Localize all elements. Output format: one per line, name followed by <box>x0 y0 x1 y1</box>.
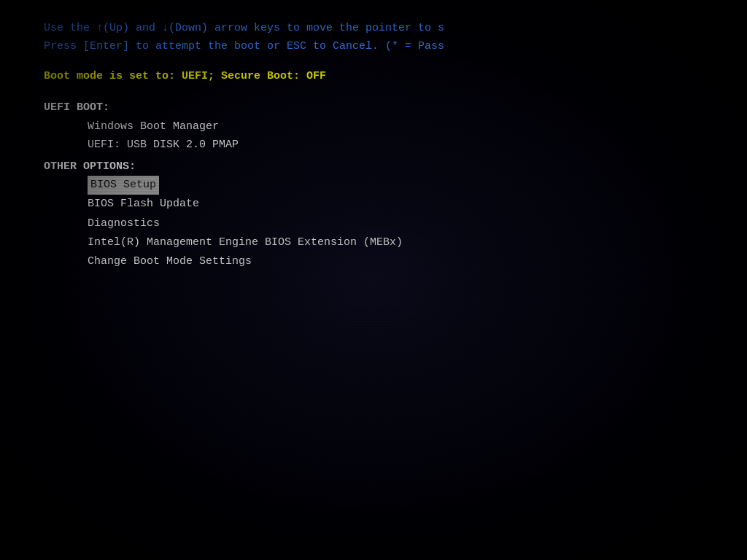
menu-item-diagnostics[interactable]: Diagnostics <box>44 214 732 233</box>
menu-item-boot-mode-settings[interactable]: Change Boot Mode Settings <box>44 252 732 271</box>
menu-item-bios-setup[interactable]: BIOS Setup <box>44 176 732 195</box>
selected-item-highlight[interactable]: BIOS Setup <box>88 176 159 195</box>
uefi-boot-item-1[interactable]: Windows Boot Manager <box>44 117 732 136</box>
menu-item-bios-flash[interactable]: BIOS Flash Update <box>44 195 732 214</box>
instruction-line-1: Use the ↑(Up) and ↓(Down) arrow keys to … <box>44 20 732 37</box>
bios-screen: Use the ↑(Up) and ↓(Down) arrow keys to … <box>0 0 747 560</box>
uefi-boot-header: UEFI BOOT: <box>44 98 732 117</box>
boot-mode-status: Boot mode is set to: UEFI; Secure Boot: … <box>44 68 732 85</box>
uefi-boot-item-2[interactable]: UEFI: USB DISK 2.0 PMAP <box>44 136 732 155</box>
bios-content: Use the ↑(Up) and ↓(Down) arrow keys to … <box>44 20 732 271</box>
instruction-line-2: Press [Enter] to attempt the boot or ESC… <box>44 39 732 55</box>
menu-item-mebx[interactable]: Intel(R) Management Engine BIOS Extensio… <box>44 233 732 252</box>
other-options-header: OTHER OPTIONS: <box>44 158 732 176</box>
